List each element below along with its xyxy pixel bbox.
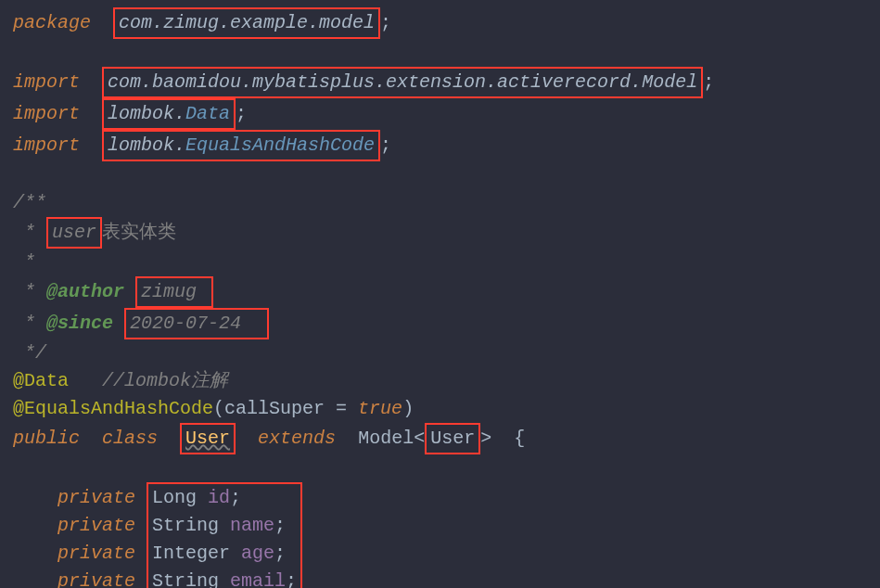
class-name-user: User bbox=[185, 428, 230, 449]
anno-eq-val: true bbox=[358, 398, 402, 419]
doc-star: * bbox=[13, 249, 867, 276]
import-path-1: com.baomidou.mybatisplus.extension.activ… bbox=[108, 71, 697, 93]
doc-user-suffix: 表实体类 bbox=[102, 222, 176, 243]
field-name: name bbox=[230, 515, 274, 536]
field-id-line: private Long id; bbox=[13, 482, 867, 512]
keyword-private: private bbox=[57, 570, 135, 588]
keyword-import: import bbox=[13, 103, 80, 124]
blank-line bbox=[13, 161, 867, 189]
field-email: email bbox=[230, 570, 286, 588]
keyword-private: private bbox=[57, 487, 135, 508]
field-id: id bbox=[208, 487, 230, 508]
generic-user: User bbox=[430, 428, 475, 449]
box-import2: lombok.Data bbox=[102, 98, 236, 130]
import-line-1: import com.baomidou.mybatisplus.extensio… bbox=[13, 67, 867, 98]
type-integer: Integer bbox=[152, 543, 230, 564]
box-import1: com.baomidou.mybatisplus.extension.activ… bbox=[102, 67, 703, 98]
comment-lombok: //lombok注解 bbox=[102, 370, 228, 391]
doc-author-tag: @author bbox=[46, 281, 124, 302]
import-prefix-2: lombok. bbox=[108, 103, 185, 124]
doc-start: /** bbox=[13, 189, 867, 217]
box-class-name: User bbox=[180, 423, 236, 454]
doc-since-tag: @since bbox=[46, 313, 113, 334]
blank-line bbox=[13, 39, 867, 67]
anno-eq-line: @EqualsAndHashCode(callSuper = true) bbox=[13, 395, 867, 423]
keyword-import: import bbox=[13, 134, 80, 156]
keyword-extends: extends bbox=[258, 428, 336, 449]
import-line-3: import lombok.EqualsAndHashCode; bbox=[13, 130, 867, 161]
type-long: Long bbox=[152, 487, 197, 508]
doc-end: */ bbox=[13, 339, 867, 367]
box-package-name: com.zimug.example.model bbox=[113, 7, 380, 39]
annotation-eq: @EqualsAndHashCode bbox=[13, 398, 213, 419]
field-age: age bbox=[241, 543, 274, 564]
doc-author-val: zimug bbox=[141, 281, 208, 302]
keyword-package: package bbox=[13, 12, 91, 33]
box-fields: String email; bbox=[147, 568, 302, 588]
box-generic-user: User bbox=[425, 423, 480, 454]
doc-user-text: user bbox=[52, 222, 96, 243]
box-import3: lombok.EqualsAndHashCode bbox=[102, 130, 380, 161]
field-email-line: private String email; bbox=[13, 568, 867, 588]
doc-since-line: * @since 2020-07-24 bbox=[13, 308, 867, 339]
doc-since-val: 2020-07-24 bbox=[130, 313, 263, 334]
import-line-2: import lombok.Data; bbox=[13, 98, 867, 130]
anno-eq-sign: = bbox=[325, 398, 358, 419]
box-fields: String name; bbox=[147, 512, 302, 540]
keyword-import: import bbox=[13, 71, 80, 93]
import-prefix-3: lombok. bbox=[108, 134, 185, 156]
box-since: 2020-07-24 bbox=[124, 308, 269, 339]
field-name-line: private String name; bbox=[13, 512, 867, 540]
keyword-public: public bbox=[13, 428, 80, 449]
box-fields: Integer age; bbox=[147, 540, 302, 568]
class-decl-line: public class User extends Model<User> { bbox=[13, 423, 867, 454]
type-string: String bbox=[152, 570, 219, 588]
field-age-line: private Integer age; bbox=[13, 540, 867, 568]
blank-line bbox=[13, 454, 867, 482]
box-doc-user: user bbox=[46, 217, 102, 249]
type-string: String bbox=[152, 515, 219, 536]
doc-author-line: * @author zimug bbox=[13, 276, 867, 308]
box-fields: Long id; bbox=[147, 482, 302, 512]
package-line: package com.zimug.example.model; bbox=[13, 7, 867, 39]
package-name: com.zimug.example.model bbox=[119, 12, 375, 33]
import-class-2: Data bbox=[185, 103, 230, 124]
anno-data-line: @Data //lombok注解 bbox=[13, 367, 867, 395]
keyword-private: private bbox=[57, 515, 135, 536]
anno-param: callSuper bbox=[224, 398, 325, 419]
model-class: Model bbox=[358, 428, 414, 449]
import-class-3: EqualsAndHashCode bbox=[185, 134, 375, 156]
annotation-data: @Data bbox=[13, 370, 69, 391]
keyword-private: private bbox=[57, 543, 135, 564]
keyword-class: class bbox=[102, 428, 158, 449]
doc-line-user: * user表实体类 bbox=[13, 217, 867, 249]
box-author: zimug bbox=[135, 276, 213, 308]
